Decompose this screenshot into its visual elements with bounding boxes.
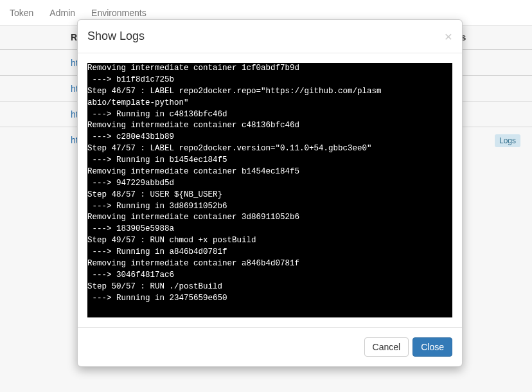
modal-footer: Cancel Close <box>78 327 462 366</box>
nav-item-environments[interactable]: Environments <box>91 8 146 18</box>
nav-item-admin[interactable]: Admin <box>49 8 75 18</box>
logs-modal: Show Logs × Removing intermediate contai… <box>77 19 463 367</box>
nav-item-token[interactable]: Token <box>10 8 33 18</box>
close-icon[interactable]: × <box>445 30 452 43</box>
log-output[interactable]: Removing intermediate container 1cf0abdf… <box>87 63 452 317</box>
modal-body: Removing intermediate container 1cf0abdf… <box>78 53 462 327</box>
modal-header: Show Logs × <box>78 20 462 53</box>
cancel-button[interactable]: Cancel <box>364 337 409 357</box>
close-button[interactable]: Close <box>412 337 452 357</box>
modal-title: Show Logs <box>87 30 145 43</box>
